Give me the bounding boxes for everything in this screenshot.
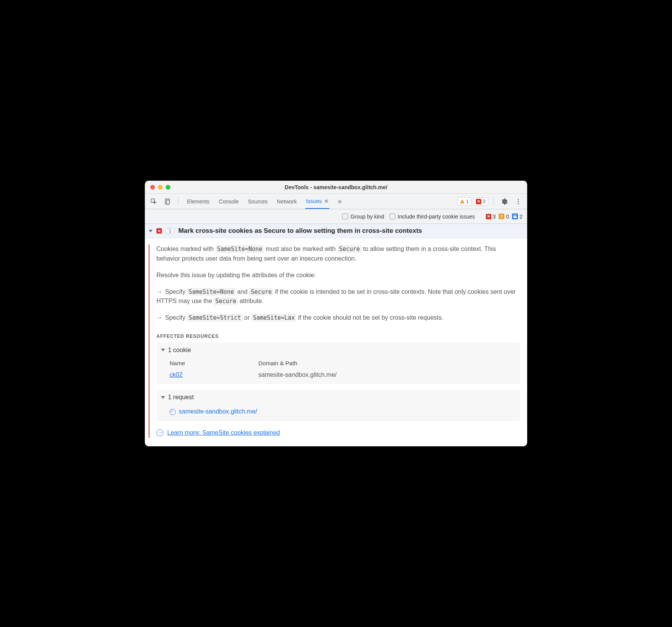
cookie-name-link[interactable]: ck02 bbox=[170, 371, 183, 378]
expand-caret-icon bbox=[161, 349, 165, 351]
include-third-party-label: Include third-party cookie issues bbox=[398, 214, 475, 220]
issue-row[interactable]: 1 Mark cross-site cookies as Secure to a… bbox=[145, 224, 527, 238]
learn-more-icon bbox=[156, 429, 163, 436]
warning-issues-count[interactable]: 0 bbox=[499, 214, 509, 220]
issue-title: Mark cross-site cookies as Secure to all… bbox=[178, 227, 422, 235]
issue-suggestion-1: → Specify SameSite=None and Secure if th… bbox=[156, 287, 520, 307]
severity-stripe bbox=[149, 244, 149, 438]
issue-resolution-intro: Resolve this issue by updating the attri… bbox=[156, 271, 520, 280]
cookie-domain-path: samesite-sandbox.glitch.me/ bbox=[258, 370, 337, 380]
affected-cookies-title: 1 cookie bbox=[168, 346, 191, 355]
cookie-table-row: ck02 samesite-sandbox.glitch.me/ bbox=[161, 369, 516, 381]
panel-tabs: Elements Console Sources Network Issues … bbox=[186, 193, 343, 209]
affected-requests-toggle[interactable]: 1 request bbox=[161, 393, 516, 402]
expand-caret-icon bbox=[161, 396, 165, 399]
issues-filter-bar: Group by kind Include third-party cookie… bbox=[145, 209, 527, 224]
zoom-window-button[interactable] bbox=[166, 185, 170, 190]
request-icon bbox=[170, 409, 176, 415]
cookie-table-header: Name Domain & Path bbox=[161, 357, 516, 369]
close-tab-icon[interactable]: ✕ bbox=[324, 198, 329, 204]
warnings-count: 1 bbox=[466, 198, 469, 204]
svg-point-5 bbox=[518, 203, 519, 204]
error-icon bbox=[476, 199, 481, 204]
info-issues-count[interactable]: 2 bbox=[512, 214, 523, 220]
request-row: samesite-sandbox.glitch.me/ bbox=[161, 405, 516, 417]
devtools-window: DevTools - samesite-sandbox.glitch.me/ E… bbox=[145, 181, 527, 446]
info-icon bbox=[512, 214, 518, 219]
error-icon bbox=[486, 214, 491, 219]
affected-requests-box: 1 request samesite-sandbox.glitch.me/ bbox=[156, 390, 520, 421]
tab-console[interactable]: Console bbox=[218, 195, 239, 208]
warning-icon bbox=[499, 214, 504, 219]
issue-details: Cookies marked with SameSite=None must a… bbox=[145, 238, 527, 446]
errors-count: 3 bbox=[483, 198, 485, 204]
tab-sources[interactable]: Sources bbox=[247, 195, 268, 208]
svg-point-4 bbox=[518, 201, 519, 202]
svg-point-3 bbox=[518, 199, 519, 200]
titlebar: DevTools - samesite-sandbox.glitch.me/ bbox=[145, 181, 527, 194]
group-by-kind-checkbox[interactable]: Group by kind bbox=[342, 214, 384, 220]
affected-cookies-box: 1 cookie Name Domain & Path ck02 samesit… bbox=[156, 342, 520, 385]
warning-icon bbox=[460, 199, 465, 203]
col-name: Name bbox=[170, 359, 235, 368]
learn-more-row: Learn more: SameSite cookies explained bbox=[156, 428, 520, 438]
more-tabs-icon[interactable]: » bbox=[337, 193, 343, 209]
window-title: DevTools - samesite-sandbox.glitch.me/ bbox=[145, 184, 527, 190]
more-options-icon[interactable] bbox=[513, 197, 523, 207]
issue-suggestion-2: → Specify SameSite=Strict or SameSite=La… bbox=[156, 313, 520, 323]
learn-more-link[interactable]: Learn more: SameSite cookies explained bbox=[167, 428, 280, 438]
main-toolbar: Elements Console Sources Network Issues … bbox=[145, 194, 527, 209]
include-third-party-checkbox[interactable]: Include third-party cookie issues bbox=[390, 214, 475, 220]
error-icon bbox=[156, 228, 162, 234]
toggle-device-icon[interactable] bbox=[163, 197, 173, 207]
inspect-element-icon[interactable] bbox=[149, 197, 159, 207]
error-issues-count[interactable]: 3 bbox=[486, 214, 496, 220]
affected-resources-label: AFFECTED RESOURCES bbox=[156, 333, 520, 340]
affected-cookies-toggle[interactable]: 1 cookie bbox=[161, 346, 516, 355]
tab-issues-label: Issues bbox=[306, 198, 321, 204]
tab-elements[interactable]: Elements bbox=[186, 195, 210, 208]
col-domain-path: Domain & Path bbox=[258, 359, 297, 368]
issue-description: Cookies marked with SameSite=None must a… bbox=[156, 244, 520, 264]
tab-issues[interactable]: Issues ✕ bbox=[305, 194, 329, 209]
minimize-window-button[interactable] bbox=[158, 185, 163, 190]
issue-occurrence-count: 1 bbox=[166, 228, 175, 234]
affected-requests-title: 1 request bbox=[168, 393, 194, 402]
request-url-link[interactable]: samesite-sandbox.glitch.me/ bbox=[179, 407, 257, 417]
expand-caret-icon[interactable] bbox=[149, 230, 153, 232]
group-by-kind-label: Group by kind bbox=[350, 214, 384, 220]
settings-icon[interactable] bbox=[499, 197, 509, 207]
svg-rect-2 bbox=[166, 200, 170, 204]
warnings-badge[interactable]: 1 bbox=[457, 197, 472, 205]
tab-network[interactable]: Network bbox=[276, 195, 297, 208]
errors-badge[interactable]: 3 bbox=[473, 197, 488, 205]
close-window-button[interactable] bbox=[150, 185, 155, 190]
